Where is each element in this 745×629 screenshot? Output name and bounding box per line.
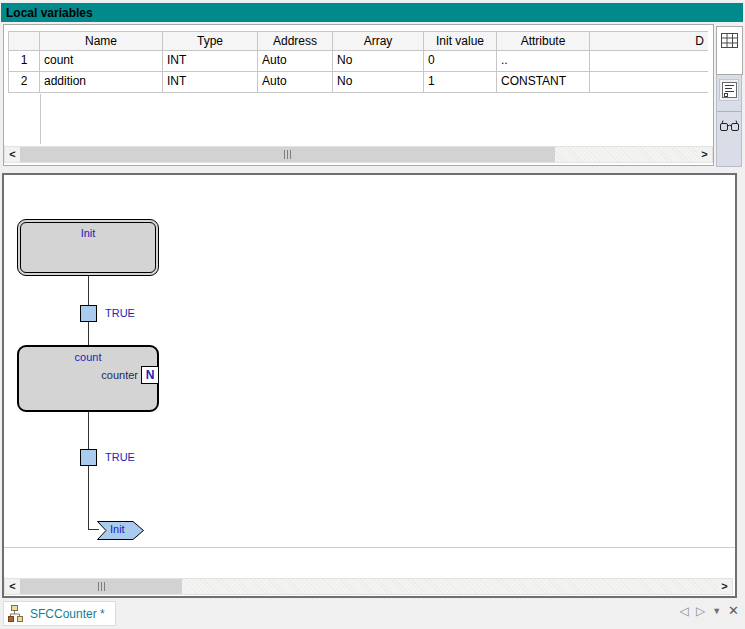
cell-name[interactable]: addition [40,72,163,93]
cell-name[interactable]: count [40,51,163,72]
scrollbar-track[interactable] [20,147,697,162]
header-type[interactable]: Type [163,31,258,51]
transition-1-label: TRUE [105,307,135,319]
jump-target-label: Init [110,523,125,535]
sfc-transition-1[interactable] [80,305,97,322]
step-count-label: count [75,351,102,363]
cell-array[interactable]: No [333,72,424,93]
cell-extra[interactable] [590,51,708,72]
step-action-block[interactable]: counter N [59,366,159,384]
sfc-link-line [88,276,89,305]
cell-array[interactable]: No [333,51,424,72]
header-clipped[interactable]: D [590,31,708,51]
initial-step-label: Init [81,227,96,239]
cell-init-value[interactable]: 0 [424,51,497,72]
tab-list-dropdown-icon[interactable]: ▼ [712,606,721,616]
document-view-button[interactable] [719,79,739,101]
watch-button[interactable] [719,115,739,137]
header-address[interactable]: Address [258,31,333,51]
local-variables-title: Local variables [1,2,743,22]
side-toolbar [716,26,742,167]
cell-type[interactable]: INT [163,51,258,72]
cell-address[interactable]: Auto [258,72,333,93]
header-init-value[interactable]: Init value [424,31,497,51]
scrollbar-thumb[interactable] [20,147,555,162]
grid-view-button[interactable] [716,26,743,75]
tab-next-icon[interactable]: ▷ [696,604,705,618]
action-name-label: counter [101,369,138,381]
sfc-transition-2[interactable] [80,449,97,466]
sfc-editor-canvas[interactable]: Init TRUE count counter N TRUE Ini [2,173,737,598]
header-rownum[interactable] [8,31,40,51]
action-qualifier-box[interactable]: N [141,366,159,384]
application-window: Local variables Name Type Address Array … [0,0,745,629]
document-list-icon [722,82,737,98]
toolbar-separator [717,111,741,112]
cell-type[interactable]: INT [163,72,258,93]
tab-close-icon[interactable]: ✕ [728,603,739,618]
document-tab-bar: SFCCounter * ◁ ▷ ▼ ✕ [0,599,745,629]
header-name[interactable]: Name [40,31,163,51]
cell-init-value[interactable]: 1 [424,72,497,93]
scroll-left-icon[interactable]: < [5,579,20,594]
sfc-link-line [88,466,89,530]
sfc-link-line [88,412,89,449]
sfc-step-count[interactable]: count counter N [17,345,159,412]
tab-navigation-controls: ◁ ▷ ▼ ✕ [680,603,739,618]
table-row[interactable]: 2 addition INT Auto No 1 CONSTANT [8,72,708,93]
chart-area-divider [4,547,735,548]
scroll-right-icon[interactable]: > [697,147,712,162]
variables-table: Name Type Address Array Init value Attri… [8,31,708,93]
scrollbar-track[interactable] [20,579,717,594]
header-array[interactable]: Array [333,31,424,51]
binoculars-icon [720,120,739,132]
cell-attribute[interactable]: .. [497,51,590,72]
scroll-left-icon[interactable]: < [5,147,20,162]
sfc-program-icon [8,605,25,622]
cell-rownum[interactable]: 2 [8,72,40,93]
scrollbar-thumb[interactable] [20,579,182,594]
cell-extra[interactable] [590,72,708,93]
sfc-initial-step[interactable]: Init [17,219,159,276]
scrollbar-grip-icon [98,582,105,591]
canvas-horizontal-scrollbar[interactable]: < > [4,578,733,595]
variables-horizontal-scrollbar[interactable]: < > [4,146,713,163]
scroll-right-icon[interactable]: > [717,579,732,594]
cell-rownum[interactable]: 1 [8,51,40,72]
tab-label: SFCCounter * [30,607,105,621]
cell-address[interactable]: Auto [258,51,333,72]
sfc-link-line [88,322,89,345]
scrollbar-grip-icon [284,150,291,159]
transition-2-label: TRUE [105,451,135,463]
tab-sfccounter[interactable]: SFCCounter * [3,601,116,626]
rownum-column-line [40,94,41,144]
table-row[interactable]: 1 count INT Auto No 0 .. [8,51,708,72]
tab-prev-icon[interactable]: ◁ [680,604,689,618]
header-attribute[interactable]: Attribute [497,31,590,51]
variables-table-panel: Name Type Address Array Init value Attri… [3,24,714,166]
table-header-row: Name Type Address Array Init value Attri… [8,31,708,51]
cell-attribute[interactable]: CONSTANT [497,72,590,93]
table-grid-icon [721,33,738,48]
